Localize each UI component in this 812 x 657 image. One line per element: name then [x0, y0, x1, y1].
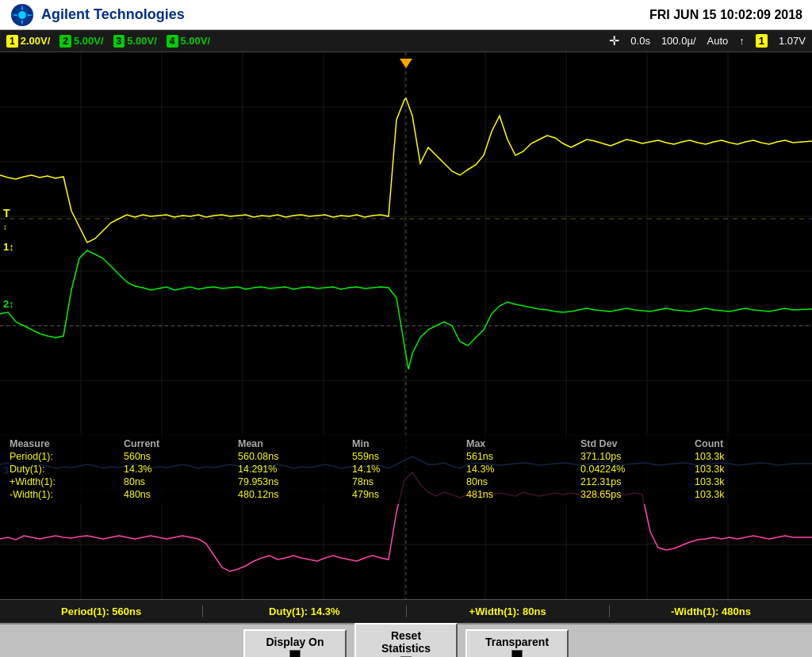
- meas-duty-label: Duty(1):: [6, 463, 121, 476]
- measurement-overlay: Measure Current Mean Min Max Std Dev Cou…: [0, 434, 812, 504]
- header: Agilent Technologies FRI JUN 15 10:02:09…: [0, 0, 812, 30]
- meas-duty-max: 14.3%: [463, 463, 577, 476]
- datetime-display: FRI JUN 15 10:02:09 2018: [649, 8, 802, 22]
- ch1-number: 1: [6, 35, 18, 48]
- meas-pwidth-label: +Width(1):: [6, 476, 121, 488]
- oscilloscope-screen: T ↕ 1↕ 2↕ 3↕ Measure Current Mean Min Ma…: [0, 52, 812, 599]
- agilent-logo-icon: [10, 2, 35, 28]
- meas-nwidth-stddev: 328.65ps: [577, 488, 691, 501]
- meas-row-duty: Duty(1): 14.3% 14.291% 14.1% 14.3% 0.042…: [6, 463, 806, 476]
- meas-col-min: Min: [349, 437, 463, 450]
- ch2-scale: 5.00V/: [74, 35, 104, 47]
- ch4-number: 4: [167, 35, 178, 48]
- meas-period-min: 559ns: [349, 450, 463, 463]
- meas-pwidth-min: 78ns: [349, 476, 463, 488]
- trigger-ch-box: 1: [756, 34, 768, 48]
- meas-col-count: Count: [691, 437, 806, 450]
- meas-col-mean: Mean: [235, 437, 349, 450]
- trigger-marker: [400, 59, 412, 68]
- meas-period-count: 103.3k: [691, 450, 806, 463]
- trigger-level: 1.07V: [779, 35, 806, 47]
- meas-col-measure: Measure: [6, 437, 121, 450]
- transparent-checkbox: [511, 650, 523, 658]
- trigger-mode: Auto: [707, 35, 729, 47]
- meas-period-label: Period(1):: [6, 450, 121, 463]
- ch1-ground-label: T ↕: [3, 207, 10, 232]
- trigger-slope-icon: ↑: [739, 35, 745, 47]
- meas-nwidth-label: -Width(1):: [6, 488, 121, 501]
- reset-statistics-button[interactable]: ResetStatistics: [354, 623, 458, 658]
- status-nwidth: -Width(1): 480ns: [610, 605, 812, 617]
- svg-point-9: [18, 11, 26, 19]
- button-bar: Display On ResetStatistics Transparent: [0, 623, 812, 657]
- grid-lines: [0, 52, 812, 599]
- meas-pwidth-mean: 79.953ns: [235, 476, 349, 488]
- time-scale: 100.0µ/: [661, 35, 696, 47]
- display-on-button[interactable]: Display On: [243, 629, 347, 658]
- meas-duty-mean: 14.291%: [235, 463, 349, 476]
- meas-duty-stddev: 0.04224%: [577, 463, 691, 476]
- meas-col-current: Current: [121, 437, 235, 450]
- time-offset: 0.0s: [630, 35, 650, 47]
- channel-2-info[interactable]: 2 5.00V/: [59, 35, 103, 48]
- ch3-number: 3: [113, 35, 125, 48]
- status-pwidth: +Width(1): 80ns: [407, 605, 610, 617]
- meas-nwidth-min: 479ns: [349, 488, 463, 501]
- meas-period-max: 561ns: [463, 450, 577, 463]
- status-period: Period(1): 560ns: [0, 605, 203, 617]
- logo-area: Agilent Technologies: [10, 2, 185, 28]
- display-on-checkbox: [289, 650, 301, 658]
- crosshair-icon: ✛: [609, 33, 619, 48]
- ch4-scale: 5.00V/: [181, 35, 211, 47]
- meas-row-pwidth: +Width(1): 80ns 79.953ns 78ns 80ns 212.3…: [6, 476, 806, 488]
- meas-header-row: Measure Current Mean Min Max Std Dev Cou…: [6, 437, 806, 450]
- meas-duty-min: 14.1%: [349, 463, 463, 476]
- meas-nwidth-count: 103.3k: [691, 488, 806, 501]
- meas-period-stddev: 371.10ps: [577, 450, 691, 463]
- status-bar: Period(1): 560ns Duty(1): 14.3% +Width(1…: [0, 599, 812, 623]
- ch3-scale: 5.00V/: [127, 35, 157, 47]
- channel-4-info[interactable]: 4 5.00V/: [167, 35, 210, 48]
- meas-row-nwidth: -Width(1): 480ns 480.12ns 479ns 481ns 32…: [6, 488, 806, 501]
- meas-col-max: Max: [463, 437, 577, 450]
- channel-1-info[interactable]: 1 2.00V/: [6, 35, 50, 48]
- meas-pwidth-current: 80ns: [121, 476, 235, 488]
- meas-pwidth-max: 80ns: [463, 476, 577, 488]
- time-info: ✛ 0.0s 100.0µ/ Auto ↑ 1 1.07V: [609, 33, 806, 48]
- transparent-label: Transparent: [485, 636, 549, 648]
- meas-nwidth-current: 480ns: [121, 488, 235, 501]
- channel-bar: 1 2.00V/ 2 5.00V/ 3 5.00V/ 4 5.00V/ ✛ 0.…: [0, 30, 812, 52]
- brand-name: Agilent Technologies: [41, 6, 185, 23]
- transparent-button[interactable]: Transparent: [465, 629, 569, 658]
- display-on-label: Display On: [266, 636, 324, 648]
- ch1-position-label: 1↕: [3, 241, 14, 253]
- ch2-position-label: 2↕: [3, 298, 14, 310]
- meas-period-current: 560ns: [121, 450, 235, 463]
- meas-row-period: Period(1): 560ns 560.08ns 559ns 561ns 37…: [6, 450, 806, 463]
- meas-nwidth-mean: 480.12ns: [235, 488, 349, 501]
- meas-duty-current: 14.3%: [121, 463, 235, 476]
- reset-statistics-label: ResetStatistics: [381, 629, 431, 655]
- ch2-number: 2: [59, 35, 71, 48]
- meas-pwidth-stddev: 212.31ps: [577, 476, 691, 488]
- status-duty: Duty(1): 14.3%: [203, 605, 406, 617]
- meas-period-mean: 560.08ns: [235, 450, 349, 463]
- meas-col-stddev: Std Dev: [577, 437, 691, 450]
- ch1-scale: 2.00V/: [21, 35, 51, 47]
- meas-duty-count: 103.3k: [691, 463, 806, 476]
- meas-nwidth-max: 481ns: [463, 488, 577, 501]
- meas-pwidth-count: 103.3k: [691, 476, 806, 488]
- channel-3-info[interactable]: 3 5.00V/: [113, 35, 157, 48]
